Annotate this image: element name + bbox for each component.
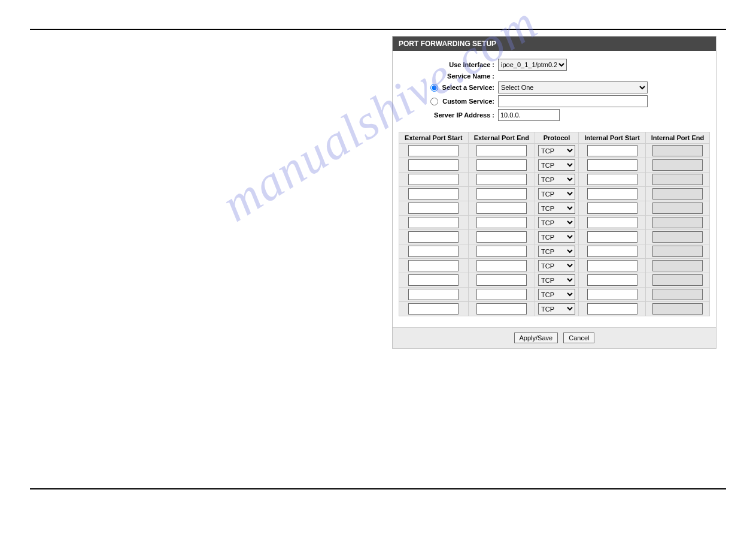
row-server-ip: Server IP Address : [399, 109, 710, 121]
external-port-end-input[interactable] [476, 217, 527, 228]
external-port-end-input[interactable] [476, 231, 527, 243]
protocol-select[interactable]: TCP [538, 202, 575, 214]
internal-port-start-input[interactable] [587, 289, 637, 300]
external-port-end-input[interactable] [476, 202, 527, 214]
internal-port-end-input[interactable] [652, 303, 703, 315]
protocol-select[interactable]: TCP [538, 289, 575, 300]
protocol-select[interactable]: TCP [538, 217, 575, 228]
external-port-start-input[interactable] [408, 246, 459, 257]
internal-port-end-input[interactable] [652, 202, 703, 214]
internal-port-start-input[interactable] [587, 145, 637, 156]
internal-port-start-input[interactable] [587, 246, 637, 257]
row-select-service: Select a Service: Select One [399, 81, 710, 93]
external-port-end-input[interactable] [476, 174, 527, 185]
table-row: TCP [399, 244, 710, 259]
external-port-end-input[interactable] [476, 145, 527, 156]
page-frame: manualshive.com PORT FORWARDING SETUP Us… [0, 0, 756, 535]
internal-port-start-input[interactable] [587, 260, 637, 271]
apply-save-button[interactable]: Apply/Save [514, 333, 558, 343]
table-row: TCP [399, 173, 710, 187]
internal-port-end-input[interactable] [652, 289, 703, 300]
external-port-end-input[interactable] [476, 246, 527, 257]
external-port-start-input[interactable] [408, 159, 459, 171]
protocol-select[interactable]: TCP [538, 303, 575, 315]
internal-port-end-input[interactable] [652, 188, 703, 200]
external-port-start-input[interactable] [408, 231, 459, 243]
row-use-interface: Use Interface : ipoe_0_1_1/ptm0.2 [399, 59, 710, 71]
protocol-select[interactable]: TCP [538, 274, 575, 286]
protocol-select[interactable]: TCP [538, 246, 575, 257]
col-protocol: Protocol [535, 132, 578, 144]
col-ext-start: External Port Start [399, 132, 469, 144]
external-port-end-input[interactable] [476, 260, 527, 271]
external-port-start-input[interactable] [408, 217, 459, 228]
bottom-divider [30, 488, 726, 489]
port-table: External Port Start External Port End Pr… [399, 132, 710, 316]
internal-port-end-input[interactable] [652, 174, 703, 185]
internal-port-end-input[interactable] [652, 260, 703, 271]
top-divider [30, 29, 726, 30]
table-row: TCP [399, 201, 710, 216]
internal-port-start-input[interactable] [587, 188, 637, 200]
external-port-start-input[interactable] [408, 188, 459, 200]
internal-port-start-input[interactable] [587, 174, 637, 185]
internal-port-end-input[interactable] [652, 217, 703, 228]
use-interface-label: Use Interface : [399, 61, 498, 68]
protocol-select[interactable]: TCP [538, 145, 575, 156]
internal-port-end-input[interactable] [652, 246, 703, 257]
external-port-start-input[interactable] [408, 289, 459, 300]
select-service-select[interactable]: Select One [498, 81, 648, 93]
col-int-start: Internal Port Start [579, 132, 646, 144]
form-area: Use Interface : ipoe_0_1_1/ptm0.2 Servic… [393, 51, 716, 327]
cancel-button[interactable]: Cancel [563, 333, 594, 343]
server-ip-label: Server IP Address : [399, 111, 498, 119]
external-port-start-input[interactable] [408, 174, 459, 185]
protocol-select[interactable]: TCP [538, 159, 575, 171]
external-port-start-input[interactable] [408, 145, 459, 156]
protocol-select[interactable]: TCP [538, 188, 575, 200]
use-interface-select[interactable]: ipoe_0_1_1/ptm0.2 [498, 59, 567, 71]
protocol-select[interactable]: TCP [538, 260, 575, 271]
select-service-label: Select a Service: [442, 84, 494, 91]
server-ip-input[interactable] [498, 109, 560, 121]
table-row: TCP [399, 288, 710, 302]
internal-port-start-input[interactable] [587, 202, 637, 214]
internal-port-start-input[interactable] [587, 217, 637, 228]
external-port-end-input[interactable] [476, 289, 527, 300]
internal-port-end-input[interactable] [652, 159, 703, 171]
protocol-select[interactable]: TCP [538, 174, 575, 185]
external-port-start-input[interactable] [408, 202, 459, 214]
row-service-name: Service Name : [399, 72, 710, 80]
internal-port-end-input[interactable] [652, 145, 703, 156]
custom-service-label: Custom Service: [442, 98, 494, 105]
external-port-end-input[interactable] [476, 159, 527, 171]
external-port-end-input[interactable] [476, 188, 527, 200]
internal-port-end-input[interactable] [652, 231, 703, 243]
select-service-radio[interactable] [430, 84, 438, 92]
external-port-start-input[interactable] [408, 274, 459, 286]
external-port-end-input[interactable] [476, 274, 527, 286]
internal-port-start-input[interactable] [587, 231, 637, 243]
external-port-start-input[interactable] [408, 260, 459, 271]
service-name-label: Service Name : [399, 72, 498, 80]
internal-port-end-input[interactable] [652, 274, 703, 286]
panel-title: PORT FORWARDING SETUP [393, 37, 716, 51]
table-row: TCP [399, 187, 710, 201]
external-port-end-input[interactable] [476, 303, 527, 315]
col-ext-end: External Port End [468, 132, 535, 144]
internal-port-start-input[interactable] [587, 303, 637, 315]
table-row: TCP [399, 158, 710, 173]
table-header-row: External Port Start External Port End Pr… [399, 132, 710, 144]
row-custom-service: Custom Service: [399, 95, 710, 107]
button-bar: Apply/Save Cancel [393, 327, 716, 348]
internal-port-start-input[interactable] [587, 274, 637, 286]
col-int-end: Internal Port End [645, 132, 709, 144]
table-row: TCP [399, 259, 710, 273]
external-port-start-input[interactable] [408, 303, 459, 315]
table-row: TCP [399, 273, 710, 288]
internal-port-start-input[interactable] [587, 159, 637, 171]
protocol-select[interactable]: TCP [538, 231, 575, 243]
table-row: TCP [399, 144, 710, 158]
custom-service-input[interactable] [498, 95, 648, 107]
custom-service-radio[interactable] [430, 98, 438, 105]
